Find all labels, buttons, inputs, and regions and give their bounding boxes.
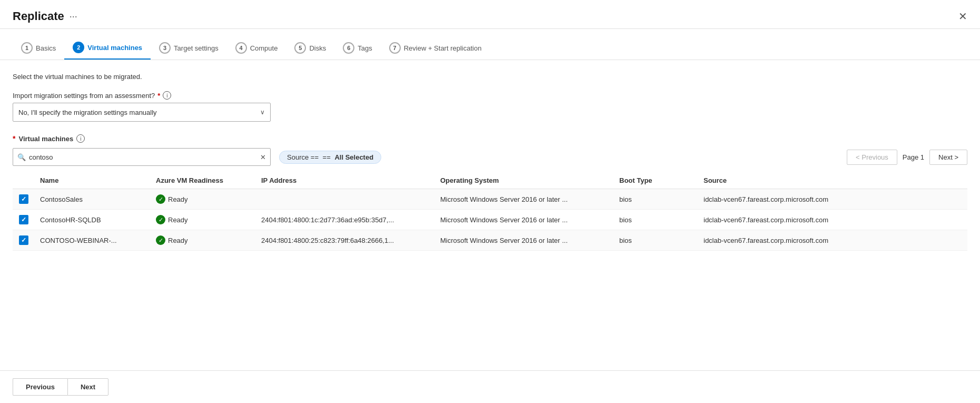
row3-name: CONTOSO-WEBINAR-... xyxy=(40,237,156,244)
row2-readiness: ✓ Ready xyxy=(156,215,261,224)
row1-ready-text: Ready xyxy=(168,195,188,203)
step-disks[interactable]: 5 Disks xyxy=(286,37,334,59)
row3-check[interactable] xyxy=(19,235,40,245)
page-subtitle: Select the virtual machines to be migrat… xyxy=(13,73,967,81)
row3-boot: bios xyxy=(619,237,704,244)
page-indicator: Page 1 xyxy=(903,153,924,161)
step-compute-label: Compute xyxy=(250,44,278,52)
filter-badge[interactable]: Source == == All Selected xyxy=(279,151,381,164)
row3-ready-icon: ✓ xyxy=(156,235,165,245)
search-clear-icon[interactable]: ✕ xyxy=(260,153,266,161)
header-boot: Boot Type xyxy=(619,176,704,184)
filter-prefix: Source == xyxy=(287,153,319,161)
step-review[interactable]: 7 Review + Start replication xyxy=(381,37,490,59)
row3-source: idclab-vcen67.fareast.corp.microsoft.com xyxy=(704,237,961,244)
import-dropdown-value: No, I'll specify the migration settings … xyxy=(18,109,157,116)
step-disks-label: Disks xyxy=(309,44,326,52)
import-dropdown-chevron: ∨ xyxy=(260,109,265,116)
row1-readiness: ✓ Ready xyxy=(156,194,261,204)
vm-table: Name Azure VM Readiness IP Address Opera… xyxy=(13,172,967,251)
pagination-next-btn[interactable]: Next > xyxy=(929,150,967,165)
header-source: Source xyxy=(704,176,961,184)
vm-required-star: * xyxy=(13,134,15,143)
pagination-row: < Previous Page 1 Next > xyxy=(847,150,967,165)
row1-source: idclab-vcen67.fareast.corp.microsoft.com xyxy=(704,195,961,203)
step-virtual-machines[interactable]: 2 Virtual machines xyxy=(64,36,151,60)
import-dropdown[interactable]: No, I'll specify the migration settings … xyxy=(13,103,271,122)
row3-ip: 2404:f801:4800:25:c823:79ff:6a48:2666,1.… xyxy=(261,237,440,244)
search-input[interactable] xyxy=(29,153,260,161)
header-os: Operating System xyxy=(440,176,619,184)
step-target-settings[interactable]: 3 Target settings xyxy=(151,37,227,59)
step-vm-circle: 2 xyxy=(73,42,84,53)
header-readiness: Azure VM Readiness xyxy=(156,176,261,184)
row2-checkbox[interactable] xyxy=(19,215,28,224)
row2-ready-text: Ready xyxy=(168,216,188,224)
row2-boot: bios xyxy=(619,216,704,224)
row2-ip: 2404:f801:4800:1c:2d77:36ad:e95b:35d7,..… xyxy=(261,216,440,224)
step-tags-circle: 6 xyxy=(343,42,354,54)
row3-readiness: ✓ Ready xyxy=(156,235,261,245)
footer-bar: Previous Next xyxy=(0,370,980,403)
step-target-label: Target settings xyxy=(174,44,219,52)
import-required-star: * xyxy=(157,92,160,100)
step-tags[interactable]: 6 Tags xyxy=(334,37,380,59)
row1-check[interactable] xyxy=(19,194,40,204)
page-title: Replicate xyxy=(13,9,64,23)
footer-previous-button[interactable]: Previous xyxy=(13,378,67,396)
row1-ready-badge: ✓ Ready xyxy=(156,194,261,204)
header-ip: IP Address xyxy=(261,176,440,184)
row1-name: ContosoSales xyxy=(40,195,156,203)
step-tags-label: Tags xyxy=(358,44,372,52)
table-row: CONTOSO-WEBINAR-... ✓ Ready 2404:f801:48… xyxy=(13,230,967,251)
step-target-circle: 3 xyxy=(159,42,171,54)
wizard-steps: 1 Basics 2 Virtual machines 3 Target set… xyxy=(0,29,980,60)
ellipsis-icon[interactable]: ··· xyxy=(70,11,77,22)
row1-ready-icon: ✓ xyxy=(156,194,165,204)
table-row: ContosoHR-SQLDB ✓ Ready 2404:f801:4800:1… xyxy=(13,210,967,230)
content-area: Select the virtual machines to be migrat… xyxy=(0,60,980,251)
search-box[interactable]: 🔍 ✕ xyxy=(13,148,271,166)
table-header: Name Azure VM Readiness IP Address Opera… xyxy=(13,172,967,189)
row2-check[interactable] xyxy=(19,215,40,224)
search-filter-row: 🔍 ✕ Source == == All Selected < Previous… xyxy=(13,148,967,166)
top-bar: Replicate ··· ✕ xyxy=(0,0,980,29)
step-basics-circle: 1 xyxy=(21,42,33,54)
step-vm-label: Virtual machines xyxy=(87,44,142,52)
step-basics[interactable]: 1 Basics xyxy=(13,37,64,59)
step-basics-label: Basics xyxy=(36,44,56,52)
filter-suffix: All Selected xyxy=(334,153,373,161)
vm-section-label: * Virtual machines i xyxy=(13,134,967,143)
row2-name: ContosoHR-SQLDB xyxy=(40,216,156,224)
row2-ready-icon: ✓ xyxy=(156,215,165,224)
row3-ready-text: Ready xyxy=(168,237,188,244)
search-icon: 🔍 xyxy=(17,153,26,161)
import-field-label: Import migration settings from an assess… xyxy=(13,91,967,100)
row1-boot: bios xyxy=(619,195,704,203)
pagination-previous-btn[interactable]: < Previous xyxy=(847,150,897,165)
step-disks-circle: 5 xyxy=(294,42,306,54)
step-compute[interactable]: 4 Compute xyxy=(227,37,286,59)
row3-checkbox[interactable] xyxy=(19,235,28,245)
row2-ready-badge: ✓ Ready xyxy=(156,215,261,224)
step-compute-circle: 4 xyxy=(235,42,247,54)
top-bar-left: Replicate ··· xyxy=(13,9,77,23)
import-label-text: Import migration settings from an assess… xyxy=(13,92,155,100)
footer-next-button[interactable]: Next xyxy=(67,378,108,396)
close-icon[interactable]: ✕ xyxy=(958,11,967,22)
table-row: ContosoSales ✓ Ready Microsoft Windows S… xyxy=(13,189,967,210)
step-review-label: Review + Start replication xyxy=(404,44,482,52)
row2-source: idclab-vcen67.fareast.corp.microsoft.com xyxy=(704,216,961,224)
row3-os: Microsoft Windows Server 2016 or later .… xyxy=(440,237,619,244)
row1-checkbox[interactable] xyxy=(19,194,28,204)
step-review-circle: 7 xyxy=(389,42,401,54)
row2-os: Microsoft Windows Server 2016 or later .… xyxy=(440,216,619,224)
header-name: Name xyxy=(40,176,156,184)
row3-ready-badge: ✓ Ready xyxy=(156,235,261,245)
vm-info-icon[interactable]: i xyxy=(76,134,85,143)
vm-label: Virtual machines xyxy=(18,135,73,143)
row1-os: Microsoft Windows Server 2016 or later .… xyxy=(440,195,619,203)
import-info-icon[interactable]: i xyxy=(163,91,171,100)
